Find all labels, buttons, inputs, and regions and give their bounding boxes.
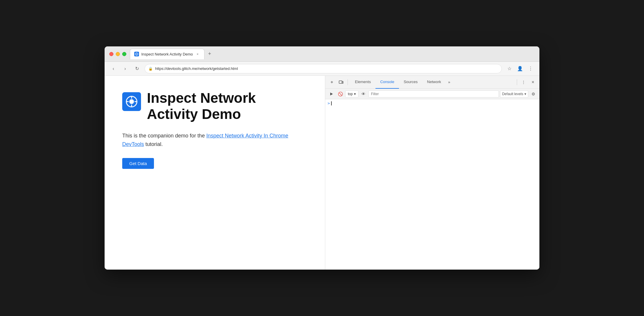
- svg-point-1: [136, 54, 137, 55]
- page-description: This is the companion demo for the Inspe…: [122, 132, 307, 149]
- description-suffix: tutorial.: [144, 141, 163, 147]
- nav-actions: ☆ 👤 ⋮: [505, 65, 535, 73]
- svg-point-3: [129, 99, 134, 104]
- devtools-close-area: ⋮ ×: [519, 78, 537, 86]
- tab-title: Inspect Network Activity Demo: [141, 52, 193, 56]
- page-content: Inspect Network Activity Demo This is th…: [105, 76, 325, 270]
- nav-bar: ‹ › ↻ 🔒 https://devtools.glitch.me/netwo…: [105, 62, 539, 76]
- back-button[interactable]: ‹: [109, 65, 118, 73]
- console-prompt-line: >: [328, 101, 537, 105]
- tab-sources[interactable]: Sources: [399, 76, 422, 89]
- tab-console[interactable]: Console: [375, 76, 399, 89]
- description-prefix: This is the companion demo for the: [122, 133, 206, 139]
- get-data-button[interactable]: Get Data: [122, 158, 154, 169]
- svg-rect-9: [342, 81, 343, 83]
- title-bar: Inspect Network Activity Demo × +: [105, 46, 539, 62]
- console-block-button[interactable]: 🚫: [336, 90, 344, 98]
- inspect-element-button[interactable]: ⌖: [328, 78, 336, 86]
- reload-button[interactable]: ↻: [133, 65, 141, 73]
- glitch-favicon: [122, 92, 141, 111]
- console-area[interactable]: >: [325, 99, 539, 270]
- content-area: Inspect Network Activity Demo This is th…: [105, 76, 539, 270]
- tab-favicon: [134, 52, 139, 56]
- forward-button[interactable]: ›: [121, 65, 129, 73]
- maximize-window-button[interactable]: [122, 52, 126, 56]
- page-title: Inspect Network Activity Demo: [147, 90, 307, 122]
- console-filter-input[interactable]: [368, 90, 499, 98]
- console-toolbar: 🚫 top ▾ 👁 Default levels ▾ ⚙: [325, 89, 539, 99]
- svg-marker-10: [330, 93, 333, 95]
- device-toolbar-button[interactable]: [337, 78, 345, 86]
- svg-rect-8: [339, 81, 342, 83]
- tab-elements[interactable]: Elements: [350, 76, 375, 89]
- url-text: https://devtools.glitch.me/network/getst…: [155, 66, 238, 71]
- toolbar-divider-1: [348, 79, 348, 85]
- devtools-close-button[interactable]: ×: [529, 78, 537, 86]
- console-settings-button[interactable]: ⚙: [529, 90, 537, 98]
- devtools-tabs: Elements Console Sources Network »: [350, 76, 514, 89]
- prompt-cursor: [331, 101, 332, 105]
- browser-window: Inspect Network Activity Demo × + ‹ › ↻ …: [105, 46, 539, 270]
- toolbar-divider-2: [517, 79, 517, 85]
- bookmark-button[interactable]: ☆: [505, 65, 514, 73]
- more-tabs-button[interactable]: »: [446, 76, 452, 89]
- tab-close-button[interactable]: ×: [195, 52, 200, 56]
- new-tab-button[interactable]: +: [206, 50, 214, 58]
- address-bar[interactable]: 🔒 https://devtools.glitch.me/network/get…: [145, 64, 502, 73]
- devtools-options-button[interactable]: ⋮: [519, 78, 528, 86]
- account-button[interactable]: 👤: [516, 65, 524, 73]
- traffic-lights: [109, 52, 126, 56]
- tab-network[interactable]: Network: [422, 76, 446, 89]
- devtools-panel: ⌖ Elements Console Source: [325, 76, 539, 270]
- browser-tab[interactable]: Inspect Network Activity Demo ×: [130, 49, 204, 59]
- prompt-arrow: >: [328, 101, 330, 105]
- page-header: Inspect Network Activity Demo: [122, 90, 307, 122]
- console-context-select[interactable]: top ▾: [345, 90, 358, 98]
- menu-button[interactable]: ⋮: [526, 65, 535, 73]
- console-play-button[interactable]: [328, 90, 335, 98]
- console-eye-button[interactable]: 👁: [360, 90, 367, 98]
- minimize-window-button[interactable]: [116, 52, 120, 56]
- tab-bar: Inspect Network Activity Demo × +: [130, 49, 535, 59]
- devtools-toolbar: ⌖ Elements Console Source: [325, 76, 539, 89]
- console-levels-dropdown[interactable]: Default levels ▾: [500, 90, 528, 98]
- close-window-button[interactable]: [109, 52, 113, 56]
- lock-icon: 🔒: [148, 67, 153, 71]
